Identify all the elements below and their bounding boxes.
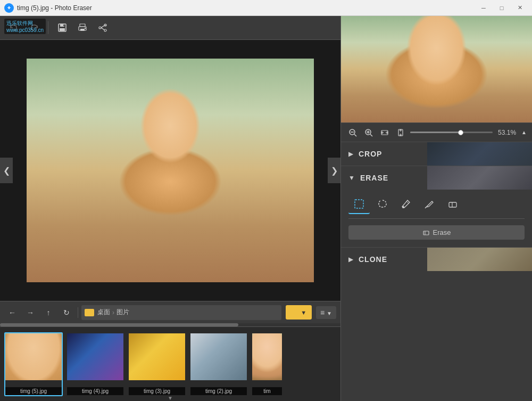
thumbnail-image-5: [252, 333, 282, 380]
forward-button[interactable]: →: [22, 305, 38, 321]
svg-point-28: [402, 206, 404, 208]
svg-line-18: [370, 134, 372, 136]
svg-line-29: [425, 207, 426, 208]
filmstrip-scroll-indicator: ▼: [168, 395, 173, 401]
toolbar-divider-1: [48, 21, 48, 34]
clone-title: CLONE: [359, 255, 387, 264]
canvas-area: ❮ ❯: [0, 40, 340, 301]
svg-rect-7: [80, 24, 85, 27]
pen-tool[interactable]: [419, 195, 440, 214]
nav-divider: [78, 307, 78, 318]
erase-section: ▼ ERASE: [341, 166, 532, 247]
lasso-select-tool[interactable]: [372, 195, 393, 214]
zoom-out-button[interactable]: [346, 126, 359, 139]
prev-image-button[interactable]: ❮: [0, 158, 13, 183]
eraser-tool[interactable]: [442, 195, 463, 214]
file-path: 桌面 › 图片: [81, 305, 281, 320]
title-bar: timg (5).jpg - Photo Eraser ─ □ ✕: [0, 0, 532, 16]
filter-icon: ≡: [320, 308, 325, 317]
svg-line-15: [354, 134, 356, 136]
svg-rect-6: [63, 24, 64, 26]
main-area: ❮ ❯ ← → ↑ ↻ 桌面 › 图片 ★ ▼ ≡: [0, 16, 532, 401]
thumbnail-label-3: timg (3).jpg: [129, 387, 185, 395]
left-panel: ❮ ❯ ← → ↑ ↻ 桌面 › 图片 ★ ▼ ≡: [0, 16, 340, 401]
folder-icon: [85, 309, 94, 316]
close-button[interactable]: ✕: [512, 2, 528, 14]
erase-tool-group: [348, 195, 525, 219]
zoom-in-button[interactable]: [362, 126, 375, 139]
erase-arrow-icon: ▼: [348, 174, 355, 182]
thumbnail-image-3: [129, 333, 185, 380]
erase-button-icon: [422, 229, 430, 236]
preview-image-container: [341, 16, 532, 122]
save-button[interactable]: [54, 19, 71, 36]
star-icon: ★: [291, 307, 298, 317]
toolbar: [0, 16, 340, 40]
thumbnail-label-1: timg (5).jpg: [5, 387, 62, 395]
crop-section-header[interactable]: ▶ CROP: [341, 142, 532, 166]
window-controls: ─ □ ✕: [476, 2, 528, 14]
zoom-collapse-button[interactable]: ▲: [521, 129, 527, 135]
refresh-button[interactable]: ↻: [59, 305, 74, 321]
thumbnail-label-2: timg (4).jpg: [67, 387, 123, 395]
fit-width-button[interactable]: [378, 126, 391, 139]
crop-title: CROP: [359, 150, 382, 158]
rect-select-tool[interactable]: [348, 195, 370, 214]
window-title: timg (5).jpg - Photo Eraser: [17, 4, 92, 12]
erase-button[interactable]: Erase: [348, 225, 525, 240]
film-thumb-2[interactable]: timg (4).jpg: [66, 332, 124, 396]
thumbnail-image-1: [5, 333, 62, 380]
svg-rect-30: [449, 202, 456, 207]
clone-section: ▶ CLONE: [341, 247, 532, 271]
zoom-slider[interactable]: [410, 132, 493, 133]
brush-tool[interactable]: [395, 195, 417, 214]
svg-rect-27: [355, 200, 363, 208]
desktop-label: 桌面: [97, 308, 110, 317]
next-image-button[interactable]: ❯: [328, 158, 340, 183]
back-button[interactable]: ←: [4, 305, 20, 321]
svg-rect-10: [85, 28, 86, 29]
erase-section-header[interactable]: ▼ ERASE: [341, 166, 532, 190]
film-thumb-5[interactable]: tim: [251, 332, 283, 396]
nav-bar: ← → ↑ ↻ 桌面 › 图片 ★ ▼ ≡ ▼: [0, 301, 340, 323]
title-bar-left: timg (5).jpg - Photo Eraser: [4, 3, 92, 13]
zoom-slider-thumb: [458, 130, 463, 135]
thumbnail-label-4: timg (2).jpg: [190, 387, 247, 395]
print-button[interactable]: [74, 19, 91, 36]
erase-tools-panel: Erase: [341, 190, 532, 247]
svg-rect-2: [9, 6, 10, 9]
thumbnail-image-2: [67, 333, 123, 380]
filmstrip: timg (5).jpg timg (4).jpg timg (3).jpg t…: [0, 326, 340, 401]
minimize-button[interactable]: ─: [476, 2, 492, 14]
clone-section-header[interactable]: ▶ CLONE: [341, 248, 532, 271]
crop-arrow-icon: ▶: [348, 150, 353, 158]
app-icon: [4, 3, 14, 13]
film-thumb-1[interactable]: timg (5).jpg: [4, 332, 63, 396]
film-thumb-4[interactable]: timg (2).jpg: [189, 332, 248, 396]
share-button[interactable]: [94, 19, 111, 36]
erase-button-label: Erase: [433, 228, 451, 236]
redo-button[interactable]: [26, 19, 43, 36]
erase-title: ERASE: [360, 174, 388, 182]
fit-height-button[interactable]: [394, 126, 407, 139]
thumbnail-label-5: tim: [252, 387, 282, 395]
pictures-label: 图片: [117, 308, 129, 317]
svg-point-13: [104, 29, 106, 31]
svg-point-11: [99, 27, 101, 29]
right-panel: 53.1% ▲ ▶ CROP ▼ ERASE: [340, 16, 532, 401]
zoom-bar: 53.1% ▲: [341, 122, 532, 142]
film-thumb-3[interactable]: timg (3).jpg: [128, 332, 186, 396]
svg-rect-9: [80, 29, 85, 31]
zoom-slider-fill: [410, 132, 460, 133]
thumbnail-image-4: [190, 333, 247, 380]
preview-image: [341, 16, 532, 122]
svg-rect-32: [423, 231, 429, 235]
filter-button[interactable]: ≡ ▼: [316, 306, 336, 319]
svg-rect-5: [60, 28, 65, 31]
favorites-button[interactable]: ★ ▼: [286, 305, 312, 320]
up-button[interactable]: ↑: [40, 305, 56, 321]
maximize-button[interactable]: □: [494, 2, 510, 14]
clone-arrow-icon: ▶: [348, 256, 353, 263]
undo-button[interactable]: [5, 19, 22, 36]
zoom-value: 53.1%: [496, 129, 516, 136]
